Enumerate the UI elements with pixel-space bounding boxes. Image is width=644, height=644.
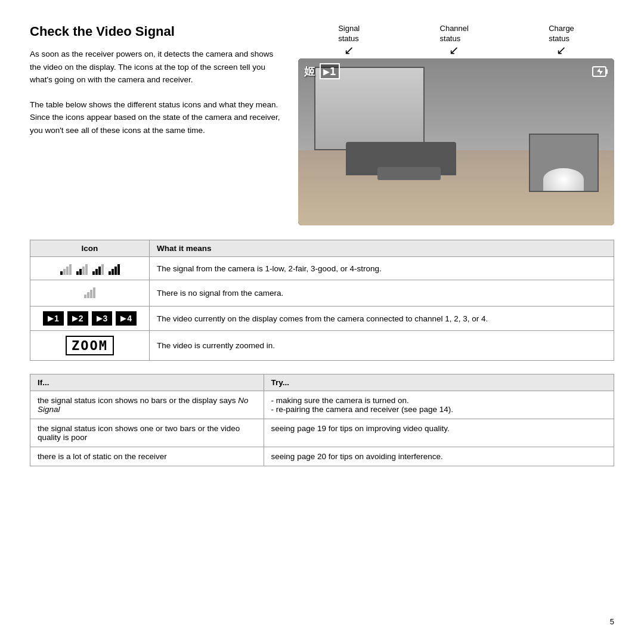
signal-1bar-icon: [60, 262, 72, 275]
status-labels: Signalstatus ↙ Channelstatus ↙ Chargesta…: [298, 24, 614, 56]
signal-3bar-icon: [92, 262, 104, 275]
room-fireplace: [529, 134, 599, 192]
icon-table-col-meaning: What it means: [150, 240, 614, 257]
room-window: [314, 67, 425, 150]
signal-bars-icons-cell: [30, 257, 150, 280]
zoom-icon: ZOOM: [66, 336, 114, 355]
zoom-icon-cell: ZOOM: [30, 331, 150, 361]
intro-paragraph: As soon as the receiver powers on, it de…: [30, 48, 280, 86]
no-signal-icon-cell: [30, 280, 150, 306]
signal-2bar-icon: [76, 262, 88, 275]
camera-screen: 姬 ▶1: [298, 58, 614, 225]
icon-table-col-icon: Icon: [30, 240, 150, 257]
zoom-description: The video is currently zoomed in.: [150, 331, 614, 361]
channel-label-text: Channelstatus: [440, 24, 469, 44]
left-text-area: Check the Video Signal As soon as the re…: [30, 24, 280, 225]
trouble-if-3: there is a lot of static on the receiver: [30, 447, 264, 466]
page-number: 5: [610, 617, 614, 626]
trouble-try-1: - making sure the camera is turned on.- …: [264, 391, 614, 419]
room-table: [377, 167, 441, 180]
right-image-area: Signalstatus ↙ Channelstatus ↙ Chargesta…: [298, 24, 614, 225]
screen-overlay-icons: 姬 ▶1: [304, 63, 340, 79]
trouble-if-2: the signal status icon shows one or two …: [30, 419, 264, 447]
icon-table: Icon What it means: [30, 240, 614, 361]
svg-rect-1: [606, 69, 608, 74]
signal-status-label: Signalstatus ↙: [338, 24, 360, 56]
charge-arrow: ↙: [556, 44, 566, 56]
no-signal-bars: [84, 285, 95, 298]
signal-label-text: Signalstatus: [338, 24, 360, 44]
room-scene: 姬 ▶1: [298, 58, 614, 225]
charge-label-text: Chargestatus: [549, 24, 574, 44]
channel-arrow: ↙: [449, 44, 459, 56]
page-title: Check the Video Signal: [30, 24, 280, 39]
channel-2-icon: ▶2: [67, 311, 88, 326]
table-row: the signal status icon shows no bars or …: [30, 391, 614, 419]
trouble-try-3: seeing page 20 for tips on avoiding inte…: [264, 447, 614, 466]
table-row: There is no signal from the camera.: [30, 280, 614, 306]
trouble-table: If... Try... the signal status icon show…: [30, 374, 614, 466]
channel-description: The video currently on the display comes…: [150, 306, 614, 331]
no-signal-description: There is no signal from the camera.: [150, 280, 614, 306]
table-row: the signal status icon shows one or two …: [30, 419, 614, 447]
charge-status-label: Chargestatus ↙: [549, 24, 574, 56]
second-paragraph: The table below shows the different stat…: [30, 98, 280, 137]
channel-3-icon: ▶3: [92, 311, 113, 326]
no-signal-icon: [38, 285, 142, 301]
signal-bars-description: The signal from the camera is 1-low, 2-f…: [150, 257, 614, 280]
table-row: The signal from the camera is 1-low, 2-f…: [30, 257, 614, 280]
channel-icons-group: ▶1 ▶2 ▶3 ▶4: [38, 311, 142, 326]
no-signal-text: No Signal: [38, 396, 248, 414]
fireplace-fire: [543, 168, 584, 191]
table-row: ▶1 ▶2 ▶3 ▶4 The video currently on the d…: [30, 306, 614, 331]
channel-1-icon: ▶1: [43, 311, 64, 326]
table-row: there is a lot of static on the receiver…: [30, 447, 614, 466]
channel-icons-cell: ▶1 ▶2 ▶3 ▶4: [30, 306, 150, 331]
channel-number-icon: ▶1: [320, 63, 340, 79]
trouble-col-if: If...: [30, 374, 264, 391]
signal-4bar-icon: [109, 262, 120, 275]
table-row: ZOOM The video is currently zoomed in.: [30, 331, 614, 361]
trouble-col-try: Try...: [264, 374, 614, 391]
signal-arrow: ↙: [344, 44, 354, 56]
top-section: Check the Video Signal As soon as the re…: [30, 24, 614, 225]
signal-bars-group: [38, 262, 142, 275]
channel-4-icon: ▶4: [116, 311, 137, 326]
signal-bar-icon: 姬: [304, 64, 315, 79]
channel-status-label: Channelstatus ↙: [440, 24, 469, 56]
trouble-if-1: the signal status icon shows no bars or …: [30, 391, 264, 419]
charge-icon: [592, 63, 608, 83]
trouble-try-2: seeing page 19 for tips on improving vid…: [264, 419, 614, 447]
